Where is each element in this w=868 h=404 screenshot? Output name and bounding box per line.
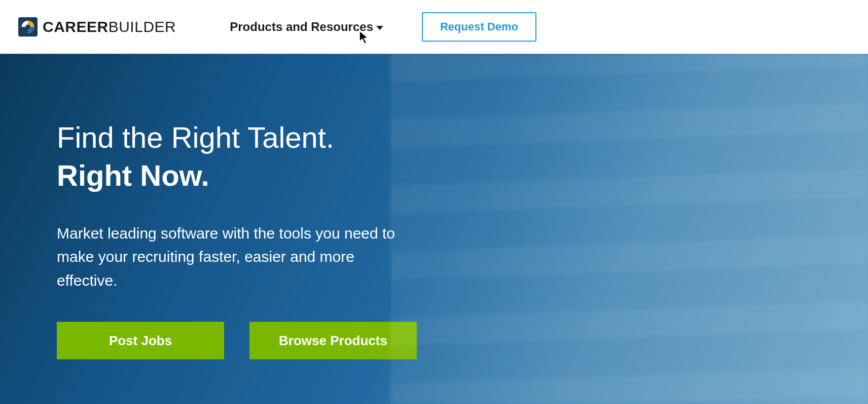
nav-products-label: Products and Resources xyxy=(230,20,373,34)
post-jobs-button[interactable]: Post Jobs xyxy=(57,322,224,359)
hero-headline-top: Find the Right Talent. xyxy=(57,120,868,155)
hero-headline-bottom: Right Now. xyxy=(57,158,868,192)
logo[interactable]: CAREERBUILDER xyxy=(18,17,176,37)
nav-products-resources[interactable]: Products and Resources xyxy=(230,20,383,34)
request-demo-button[interactable]: Request Demo xyxy=(422,12,536,42)
hero-section: Find the Right Talent. Right Now. Market… xyxy=(0,54,868,404)
primary-nav: Products and Resources Request Demo xyxy=(230,12,536,42)
site-header: CAREERBUILDER Products and Resources Req… xyxy=(0,0,868,54)
logo-icon xyxy=(18,17,38,37)
browse-products-button[interactable]: Browse Products xyxy=(249,322,417,359)
svg-point-2 xyxy=(25,24,30,29)
caret-down-icon xyxy=(376,26,383,30)
hero-cta-row: Post Jobs Browse Products xyxy=(57,322,868,359)
hero-subhead: Market leading software with the tools y… xyxy=(57,222,412,293)
logo-text: CAREERBUILDER xyxy=(43,18,176,36)
